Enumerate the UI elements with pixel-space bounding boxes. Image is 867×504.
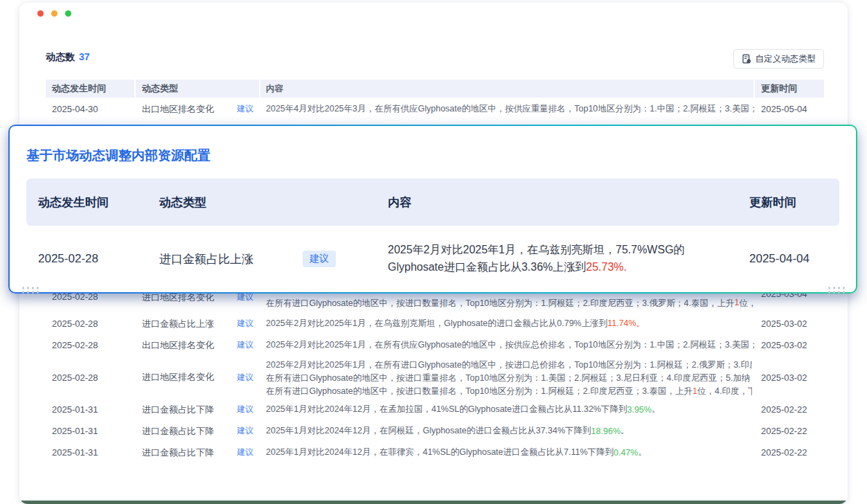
suggest-tag[interactable]: 建议: [237, 339, 253, 351]
row-content: 2025年2月对比2025年1月，在所有进口Glyphosate的地区中，按进口…: [260, 356, 755, 399]
overlay-col-update-time: 更新时间: [738, 179, 839, 226]
overlay-row-content: 2025年2月对比2025年1月，在乌兹别亮斯坦，75.7%WSG的Glypho…: [376, 226, 738, 292]
overlay-drag-handle-left[interactable]: [21, 286, 40, 298]
row-content-line: 在所有进口Glyphosate的地区中，按进口数量排名，Top10地区分别为：1…: [266, 385, 752, 398]
table-row[interactable]: 2025-02-28 出口地区排名变化建议 2025年2月对比2025年1月，在…: [46, 334, 824, 356]
table-row[interactable]: 2025-02-28 进口金额占比上涨建议 2025年2月对比2025年1月，在…: [46, 313, 824, 334]
row-type: 进口金额占比上涨: [142, 318, 214, 330]
maximize-window-icon[interactable]: [65, 10, 71, 17]
suggest-tag[interactable]: 建议: [237, 404, 253, 415]
table-row[interactable]: 2025-02-28 进口地区排名变化建议 2025年2月对比2025年1月，在…: [46, 356, 824, 399]
table-row[interactable]: 2025-01-31 进口金额占比下降建议 2025年1月对比2024年12月，…: [46, 442, 824, 463]
row-date: 2025-01-31: [46, 420, 136, 442]
col-header-occur-time: 动态发生时间: [46, 80, 136, 98]
suggest-tag[interactable]: 建议: [237, 372, 253, 384]
suggest-tag[interactable]: 建议: [237, 103, 253, 115]
col-header-type: 动态类型: [136, 80, 260, 98]
window-controls: [37, 10, 71, 17]
table-header-row: 动态发生时间 动态类型 内容 更新时间: [46, 80, 824, 98]
overlay-col-type: 动态类型: [148, 179, 376, 226]
highlight-overlay-panel: 基于市场动态调整内部资源配置 动态发生时间 动态类型 内容 更新时间 2025-…: [10, 126, 856, 292]
col-header-update-time: 更新时间: [755, 80, 824, 98]
row-content: 2025年2月对比2025年1月，在所有供应Glyphosate的地区中，按供应…: [260, 334, 755, 356]
row-update: 2025-02-22: [755, 420, 824, 442]
dynamics-count: 动态数37: [46, 51, 90, 64]
row-type: 进口金额占比下降: [142, 404, 214, 416]
row-type: 进口地区排名变化: [142, 371, 214, 384]
row-date: 2025-01-31: [46, 442, 136, 463]
overlay-drag-handle-right[interactable]: [827, 286, 846, 298]
row-content: 2025年1月对比2024年12月，在阿根廷，Glyphosate的进口金额占比…: [260, 420, 755, 442]
overlay-row-update: 2025-04-04: [738, 226, 839, 292]
col-header-content: 内容: [260, 80, 755, 98]
row-date: 2025-01-31: [46, 399, 136, 420]
dynamics-count-label: 动态数: [46, 51, 75, 62]
suggest-tag[interactable]: 建议: [237, 318, 253, 330]
row-update: 2025-03-02: [755, 334, 824, 356]
close-window-icon[interactable]: [37, 10, 44, 17]
row-date: 2025-02-28: [46, 313, 136, 334]
row-update: 2025-05-04: [755, 98, 824, 120]
row-update: 2025-02-22: [755, 399, 824, 420]
bottom-edge-bar: [19, 501, 848, 504]
custom-dynamic-type-label: 自定义动态类型: [756, 53, 816, 65]
dynamics-count-value: 37: [79, 51, 90, 62]
row-content-line: 2025年2月对比2025年1月，在所有进口Glyphosate的地区中，按进口…: [266, 359, 752, 372]
row-content: 2025年4月对比2025年3月，在所有供应Glyphosate的地区中，按供应…: [260, 98, 755, 120]
overlay-title: 基于市场动态调整内部资源配置: [26, 147, 839, 165]
suggest-tag[interactable]: 建议: [237, 425, 253, 437]
overlay-row-date: 2025-02-28: [26, 226, 148, 292]
custom-dynamic-type-button[interactable]: 自定义动态类型: [733, 49, 825, 69]
overlay-row-type: 进口金额占比上涨: [159, 251, 253, 267]
row-type: 进口金额占比下降: [142, 425, 214, 438]
overlay-col-content: 内容: [376, 179, 738, 226]
table-row[interactable]: 2025-01-31 进口金额占比下降建议 2025年1月对比2024年12月，…: [46, 399, 824, 420]
overlay-col-occur-time: 动态发生时间: [26, 179, 148, 226]
overlay-table-header: 动态发生时间 动态类型 内容 更新时间: [26, 179, 839, 226]
row-update: 2025-02-22: [755, 442, 824, 463]
row-update: 2025-03-02: [755, 313, 824, 334]
row-date: 2025-04-30: [46, 98, 136, 120]
minimize-window-icon[interactable]: [51, 10, 57, 17]
document-gear-icon: [742, 54, 751, 64]
row-content: 2025年1月对比2024年12月，在菲律宾，41%SL的Glyphosate进…: [260, 442, 755, 463]
row-update: 2025-03-02: [755, 356, 824, 399]
row-date: 2025-02-28: [46, 356, 136, 399]
row-content-line: 在所有进口Glyphosate的地区中，按进口重量排名，Top10地区分别为：1…: [266, 372, 752, 385]
row-content: 2025年1月对比2024年12月，在孟加拉国，41%SL的Glyphosate…: [260, 399, 755, 420]
row-content: 2025年2月对比2025年1月，在乌兹别克斯坦，Glyphosate的进口金额…: [260, 313, 755, 334]
highlight-overlay: 基于市场动态调整内部资源配置 动态发生时间 动态类型 内容 更新时间 2025-…: [8, 125, 857, 294]
row-type: 进口金额占比下降: [142, 447, 214, 459]
row-type: 出口地区排名变化: [142, 339, 214, 352]
table-row[interactable]: 2025-04-30 出口地区排名变化建议 2025年4月对比2025年3月，在…: [46, 98, 824, 120]
table-row[interactable]: 2025-01-31 进口金额占比下降建议 2025年1月对比2024年12月，…: [46, 420, 824, 442]
overlay-table-row[interactable]: 2025-02-28 进口金额占比上涨 建议 2025年2月对比2025年1月，…: [26, 226, 839, 292]
suggest-tag[interactable]: 建议: [237, 447, 253, 458]
row-type: 出口地区排名变化: [142, 103, 214, 116]
overlay-suggest-tag[interactable]: 建议: [303, 251, 336, 267]
row-date: 2025-02-28: [46, 334, 136, 356]
